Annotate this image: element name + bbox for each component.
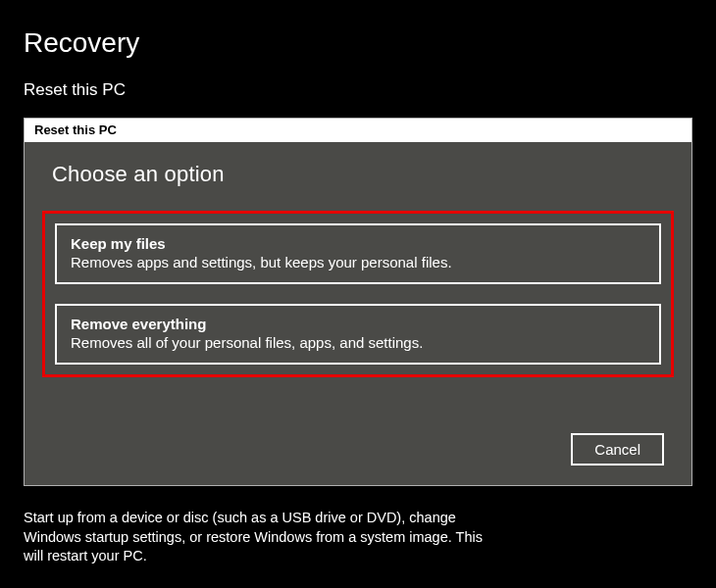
option-description: Removes apps and settings, but keeps you… [71, 254, 645, 270]
reset-pc-dialog: Reset this PC Choose an option Keep my f… [24, 118, 692, 486]
option-title: Keep my files [71, 235, 645, 252]
options-highlight-box: Keep my files Removes apps and settings,… [42, 211, 674, 377]
option-keep-my-files[interactable]: Keep my files Removes apps and settings,… [55, 223, 661, 284]
page-subtitle: Reset this PC [0, 59, 716, 100]
option-remove-everything[interactable]: Remove everything Removes all of your pe… [55, 304, 661, 365]
page-title: Recovery [0, 0, 716, 59]
footer-text: Start up from a device or disc (such as … [24, 509, 494, 566]
option-title: Remove everything [71, 316, 645, 332]
cancel-button[interactable]: Cancel [571, 433, 664, 466]
dialog-heading: Choose an option [52, 162, 664, 187]
dialog-body: Choose an option Keep my files Removes a… [25, 142, 691, 485]
dialog-titlebar: Reset this PC [25, 119, 691, 142]
option-description: Removes all of your personal files, apps… [71, 334, 645, 351]
